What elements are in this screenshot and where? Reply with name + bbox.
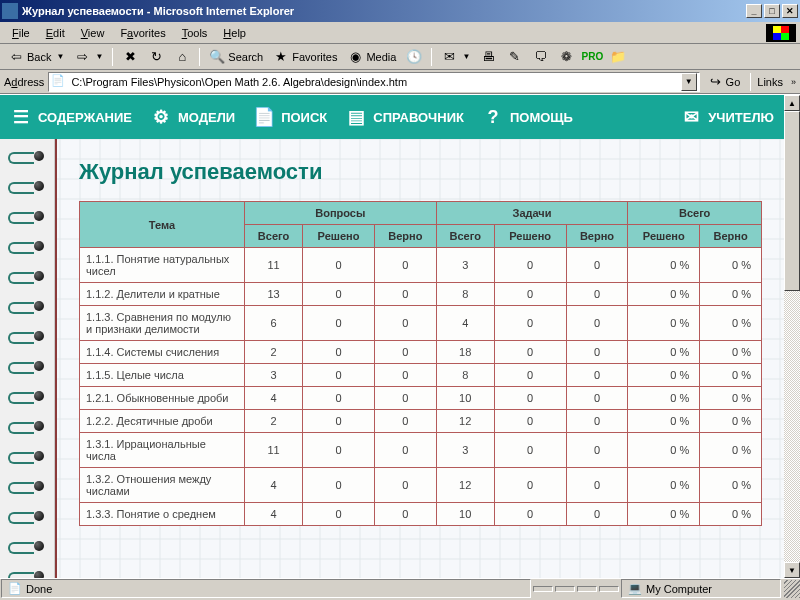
cell-topic: 1.1.1. Понятие натуральных чисел xyxy=(80,248,245,283)
folder-icon: 📁 xyxy=(610,49,626,65)
links-label[interactable]: Links xyxy=(757,76,783,88)
address-input[interactable]: 📄 C:\Program Files\Physicon\Open Math 2.… xyxy=(48,72,699,92)
cell-topic: 1.2.1. Обыкновенные дроби xyxy=(80,387,245,410)
mail-button[interactable]: ✉▼ xyxy=(437,47,474,67)
menu-favorites[interactable]: Favorites xyxy=(112,25,173,41)
cell-q_all: 13 xyxy=(245,283,303,306)
status-pane-5 xyxy=(599,586,619,592)
scroll-thumb[interactable] xyxy=(784,111,800,291)
table-row: 1.1.4. Системы счисления20018000 %0 % xyxy=(80,341,762,364)
cell-q_solved: 0 xyxy=(303,503,375,526)
nav-reference[interactable]: ▤СПРАВОЧНИК xyxy=(345,106,464,128)
search-icon: 🔍 xyxy=(209,49,225,65)
cell-q_all: 3 xyxy=(245,364,303,387)
mail-icon: ✉ xyxy=(441,49,457,65)
cell-tot_correct: 0 % xyxy=(700,248,762,283)
cell-t_correct: 0 xyxy=(566,341,628,364)
cell-t_all: 10 xyxy=(436,387,494,410)
scroll-track[interactable] xyxy=(784,111,800,562)
nav-models[interactable]: ⚙МОДЕЛИ xyxy=(150,106,235,128)
cell-q_solved: 0 xyxy=(303,387,375,410)
edit-button[interactable]: ✎ xyxy=(502,47,526,67)
resize-grip[interactable] xyxy=(784,580,800,598)
menu-edit[interactable]: Edit xyxy=(38,25,73,41)
minimize-button[interactable]: _ xyxy=(746,4,762,18)
menu-tools[interactable]: Tools xyxy=(174,25,216,41)
address-dropdown[interactable]: ▼ xyxy=(681,73,697,91)
table-row: 1.2.2. Десятичные дроби20012000 %0 % xyxy=(80,410,762,433)
cell-q_all: 4 xyxy=(245,387,303,410)
status-pane-3 xyxy=(555,586,575,592)
cell-t_correct: 0 xyxy=(566,364,628,387)
cell-t_all: 3 xyxy=(436,433,494,468)
cell-topic: 1.1.5. Целые числа xyxy=(80,364,245,387)
cell-t_correct: 0 xyxy=(566,410,628,433)
cell-q_correct: 0 xyxy=(374,468,436,503)
go-button[interactable]: ↪Go xyxy=(704,72,745,92)
th-t-solved: Решено xyxy=(494,225,566,248)
cell-tot_solved: 0 % xyxy=(628,306,700,341)
favorites-button[interactable]: ★Favorites xyxy=(269,47,341,67)
cell-t_all: 3 xyxy=(436,248,494,283)
table-row: 1.2.1. Обыкновенные дроби40010000 %0 % xyxy=(80,387,762,410)
discuss-button[interactable]: 🗨 xyxy=(528,47,552,67)
cell-t_solved: 0 xyxy=(494,387,566,410)
cell-t_solved: 0 xyxy=(494,468,566,503)
cell-tot_correct: 0 % xyxy=(700,468,762,503)
cell-tot_correct: 0 % xyxy=(700,341,762,364)
cell-t_all: 12 xyxy=(436,410,494,433)
extra-button-3[interactable]: 📁 xyxy=(606,47,630,67)
vertical-scrollbar[interactable]: ▲ ▼ xyxy=(784,95,800,578)
menu-help[interactable]: Help xyxy=(215,25,254,41)
forward-button[interactable]: ⇨▼ xyxy=(70,47,107,67)
cell-t_all: 18 xyxy=(436,341,494,364)
cell-t_all: 4 xyxy=(436,306,494,341)
table-row: 1.3.1. Иррациональные числа11003000 %0 % xyxy=(80,433,762,468)
close-button[interactable]: ✕ xyxy=(782,4,798,18)
cell-t_solved: 0 xyxy=(494,410,566,433)
home-icon: ⌂ xyxy=(174,49,190,65)
menu-file[interactable]: File xyxy=(4,25,38,41)
extra-button-1[interactable]: ❁ xyxy=(554,47,578,67)
cell-t_correct: 0 xyxy=(566,387,628,410)
cell-topic: 1.1.3. Сравнения по модулю и признаки де… xyxy=(80,306,245,341)
cell-q_correct: 0 xyxy=(374,387,436,410)
search-button[interactable]: 🔍Search xyxy=(205,47,267,67)
scroll-up-button[interactable]: ▲ xyxy=(784,95,800,111)
nav-search[interactable]: 📄ПОИСК xyxy=(253,106,327,128)
cell-tot_solved: 0 % xyxy=(628,248,700,283)
discuss-icon: 🗨 xyxy=(532,49,548,65)
maximize-button[interactable]: □ xyxy=(764,4,780,18)
cell-q_solved: 0 xyxy=(303,341,375,364)
edit-icon: ✎ xyxy=(506,49,522,65)
gear-icon: ❁ xyxy=(558,49,574,65)
scroll-down-button[interactable]: ▼ xyxy=(784,562,800,578)
cell-t_correct: 0 xyxy=(566,248,628,283)
nav-contents[interactable]: ☰СОДЕРЖАНИЕ xyxy=(10,106,132,128)
print-button[interactable]: 🖶 xyxy=(476,47,500,67)
media-button[interactable]: ◉Media xyxy=(343,47,400,67)
history-button[interactable]: 🕓 xyxy=(402,47,426,67)
cell-q_all: 11 xyxy=(245,433,303,468)
notebook-rings xyxy=(0,139,55,578)
cell-t_correct: 0 xyxy=(566,283,628,306)
gears-icon: ⚙ xyxy=(150,106,172,128)
home-button[interactable]: ⌂ xyxy=(170,47,194,67)
menu-view[interactable]: View xyxy=(73,25,113,41)
back-button[interactable]: ⇦Back▼ xyxy=(4,47,68,67)
extra-button-2[interactable]: PRO xyxy=(580,47,604,67)
nav-teacher[interactable]: ✉УЧИТЕЛЮ xyxy=(680,106,774,128)
nav-help[interactable]: ?ПОМОЩЬ xyxy=(482,106,573,128)
status-zone: 💻My Computer xyxy=(621,579,781,598)
print-icon: 🖶 xyxy=(480,49,496,65)
cell-q_all: 11 xyxy=(245,248,303,283)
address-text: C:\Program Files\Physicon\Open Math 2.6.… xyxy=(71,76,680,88)
cell-q_solved: 0 xyxy=(303,306,375,341)
cell-tot_correct: 0 % xyxy=(700,387,762,410)
menubar: File Edit View Favorites Tools Help xyxy=(0,22,800,44)
grade-table: Тема Вопросы Задачи Всего Всего Решено В… xyxy=(79,201,762,526)
refresh-button[interactable]: ↻ xyxy=(144,47,168,67)
page-title: Журнал успеваемости xyxy=(79,159,762,185)
stop-button[interactable]: ✖ xyxy=(118,47,142,67)
cell-t_solved: 0 xyxy=(494,433,566,468)
